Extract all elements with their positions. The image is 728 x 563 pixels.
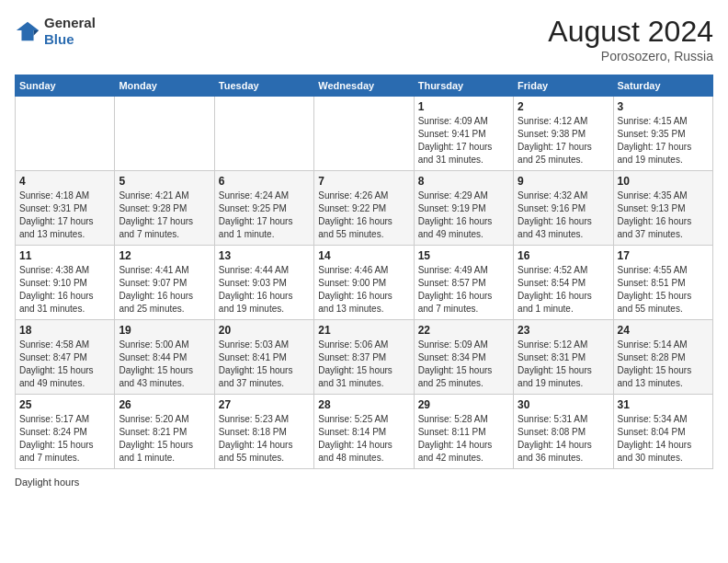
day-number: 19 (119, 324, 210, 337)
logo-text: General Blue (44, 15, 96, 48)
day-of-week-header: Wednesday (314, 75, 414, 97)
day-info: Sunrise: 5:31 AMSunset: 8:08 PMDaylight:… (518, 413, 609, 465)
calendar-day-cell: 25Sunrise: 5:17 AMSunset: 8:24 PMDayligh… (16, 395, 115, 469)
calendar-day-cell: 2Sunrise: 4:12 AMSunset: 9:38 PMDaylight… (514, 97, 613, 171)
day-of-week-header: Saturday (613, 75, 712, 97)
day-info: Sunrise: 4:12 AMSunset: 9:38 PMDaylight:… (518, 115, 609, 167)
calendar-day-cell: 21Sunrise: 5:06 AMSunset: 8:37 PMDayligh… (314, 320, 414, 395)
calendar-day-cell: 18Sunrise: 4:58 AMSunset: 8:47 PMDayligh… (16, 320, 115, 395)
logo-general: General (44, 15, 96, 31)
daylight-label: Daylight hours (15, 477, 79, 488)
day-of-week-header: Monday (115, 75, 214, 97)
page-header: General Blue August 2024 Porosozero, Rus… (15, 15, 713, 63)
day-number: 12 (119, 249, 210, 262)
day-info: Sunrise: 5:23 AMSunset: 8:18 PMDaylight:… (219, 413, 310, 465)
calendar-day-cell: 8Sunrise: 4:29 AMSunset: 9:19 PMDaylight… (414, 171, 513, 246)
calendar-day-cell (314, 97, 414, 171)
day-number: 1 (418, 100, 509, 113)
calendar-day-cell: 20Sunrise: 5:03 AMSunset: 8:41 PMDayligh… (214, 320, 313, 395)
calendar-week-row: 18Sunrise: 4:58 AMSunset: 8:47 PMDayligh… (16, 320, 713, 395)
day-info: Sunrise: 5:34 AMSunset: 8:04 PMDaylight:… (618, 413, 709, 465)
day-info: Sunrise: 4:29 AMSunset: 9:19 PMDaylight:… (418, 190, 509, 241)
day-info: Sunrise: 4:49 AMSunset: 8:57 PMDaylight:… (418, 264, 509, 316)
calendar-week-row: 25Sunrise: 5:17 AMSunset: 8:24 PMDayligh… (16, 395, 713, 469)
title-block: August 2024 Porosozero, Russia (548, 15, 713, 63)
day-info: Sunrise: 5:25 AMSunset: 8:14 PMDaylight:… (318, 413, 409, 465)
day-info: Sunrise: 4:18 AMSunset: 9:31 PMDaylight:… (19, 190, 110, 241)
day-info: Sunrise: 5:03 AMSunset: 8:41 PMDaylight:… (219, 339, 310, 390)
day-number: 29 (418, 398, 509, 411)
day-info: Sunrise: 5:17 AMSunset: 8:24 PMDaylight:… (19, 413, 110, 465)
day-number: 8 (418, 175, 509, 188)
day-info: Sunrise: 4:24 AMSunset: 9:25 PMDaylight:… (219, 190, 310, 241)
day-number: 31 (618, 398, 709, 411)
day-info: Sunrise: 4:35 AMSunset: 9:13 PMDaylight:… (618, 190, 709, 241)
calendar-day-cell: 22Sunrise: 5:09 AMSunset: 8:34 PMDayligh… (414, 320, 513, 395)
calendar-day-cell (214, 97, 313, 171)
calendar-day-cell: 1Sunrise: 4:09 AMSunset: 9:41 PMDaylight… (414, 97, 513, 171)
day-info: Sunrise: 4:41 AMSunset: 9:07 PMDaylight:… (119, 264, 210, 316)
calendar-week-row: 4Sunrise: 4:18 AMSunset: 9:31 PMDaylight… (16, 171, 713, 246)
calendar-day-cell: 29Sunrise: 5:28 AMSunset: 8:11 PMDayligh… (414, 395, 513, 469)
day-info: Sunrise: 4:09 AMSunset: 9:41 PMDaylight:… (418, 115, 509, 167)
day-info: Sunrise: 4:58 AMSunset: 8:47 PMDaylight:… (19, 339, 110, 390)
location-subtitle: Porosozero, Russia (548, 49, 713, 63)
day-number: 20 (219, 324, 310, 337)
calendar-day-cell: 9Sunrise: 4:32 AMSunset: 9:16 PMDaylight… (514, 171, 613, 246)
day-of-week-header: Sunday (16, 75, 115, 97)
calendar-table: SundayMondayTuesdayWednesdayThursdayFrid… (15, 75, 713, 469)
calendar-day-cell: 6Sunrise: 4:24 AMSunset: 9:25 PMDaylight… (214, 171, 313, 246)
day-info: Sunrise: 4:55 AMSunset: 8:51 PMDaylight:… (618, 264, 709, 316)
calendar-day-cell: 7Sunrise: 4:26 AMSunset: 9:22 PMDaylight… (314, 171, 414, 246)
day-number: 16 (518, 249, 609, 262)
day-number: 9 (518, 175, 609, 188)
month-year-title: August 2024 (548, 15, 713, 49)
day-number: 21 (318, 324, 409, 337)
day-info: Sunrise: 4:26 AMSunset: 9:22 PMDaylight:… (318, 190, 409, 241)
day-number: 15 (418, 249, 509, 262)
day-info: Sunrise: 4:46 AMSunset: 9:00 PMDaylight:… (318, 264, 409, 316)
calendar-day-cell: 3Sunrise: 4:15 AMSunset: 9:35 PMDaylight… (613, 97, 712, 171)
calendar-day-cell (115, 97, 214, 171)
svg-marker-1 (34, 30, 40, 36)
calendar-week-row: 1Sunrise: 4:09 AMSunset: 9:41 PMDaylight… (16, 97, 713, 171)
logo: General Blue (15, 15, 96, 48)
day-number: 28 (318, 398, 409, 411)
calendar-day-cell: 17Sunrise: 4:55 AMSunset: 8:51 PMDayligh… (613, 246, 712, 320)
calendar-day-cell: 5Sunrise: 4:21 AMSunset: 9:28 PMDaylight… (115, 171, 214, 246)
calendar-day-cell: 26Sunrise: 5:20 AMSunset: 8:21 PMDayligh… (115, 395, 214, 469)
day-number: 30 (518, 398, 609, 411)
day-of-week-header: Friday (514, 75, 613, 97)
calendar-day-cell: 31Sunrise: 5:34 AMSunset: 8:04 PMDayligh… (613, 395, 712, 469)
day-number: 2 (518, 100, 609, 113)
day-number: 6 (219, 175, 310, 188)
day-number: 7 (318, 175, 409, 188)
calendar-day-cell: 24Sunrise: 5:14 AMSunset: 8:28 PMDayligh… (613, 320, 712, 395)
day-number: 14 (318, 249, 409, 262)
day-info: Sunrise: 5:14 AMSunset: 8:28 PMDaylight:… (618, 339, 709, 390)
day-info: Sunrise: 5:06 AMSunset: 8:37 PMDaylight:… (318, 339, 409, 390)
day-info: Sunrise: 4:32 AMSunset: 9:16 PMDaylight:… (518, 190, 609, 241)
day-number: 17 (618, 249, 709, 262)
calendar-day-cell: 27Sunrise: 5:23 AMSunset: 8:18 PMDayligh… (214, 395, 313, 469)
calendar-day-cell: 13Sunrise: 4:44 AMSunset: 9:03 PMDayligh… (214, 246, 313, 320)
calendar-day-cell: 28Sunrise: 5:25 AMSunset: 8:14 PMDayligh… (314, 395, 414, 469)
calendar-day-cell: 19Sunrise: 5:00 AMSunset: 8:44 PMDayligh… (115, 320, 214, 395)
calendar-header: SundayMondayTuesdayWednesdayThursdayFrid… (16, 75, 713, 97)
day-of-week-header: Thursday (414, 75, 513, 97)
day-number: 3 (618, 100, 709, 113)
day-number: 26 (119, 398, 210, 411)
calendar-day-cell: 4Sunrise: 4:18 AMSunset: 9:31 PMDaylight… (16, 171, 115, 246)
calendar-day-cell: 10Sunrise: 4:35 AMSunset: 9:13 PMDayligh… (613, 171, 712, 246)
day-number: 24 (618, 324, 709, 337)
calendar-day-cell: 16Sunrise: 4:52 AMSunset: 8:54 PMDayligh… (514, 246, 613, 320)
calendar-week-row: 11Sunrise: 4:38 AMSunset: 9:10 PMDayligh… (16, 246, 713, 320)
calendar-day-cell: 23Sunrise: 5:12 AMSunset: 8:31 PMDayligh… (514, 320, 613, 395)
day-number: 13 (219, 249, 310, 262)
calendar-day-cell: 14Sunrise: 4:46 AMSunset: 9:00 PMDayligh… (314, 246, 414, 320)
day-info: Sunrise: 5:09 AMSunset: 8:34 PMDaylight:… (418, 339, 509, 390)
header-row: SundayMondayTuesdayWednesdayThursdayFrid… (16, 75, 713, 97)
calendar-day-cell: 11Sunrise: 4:38 AMSunset: 9:10 PMDayligh… (16, 246, 115, 320)
day-info: Sunrise: 4:15 AMSunset: 9:35 PMDaylight:… (618, 115, 709, 167)
day-info: Sunrise: 4:52 AMSunset: 8:54 PMDaylight:… (518, 264, 609, 316)
